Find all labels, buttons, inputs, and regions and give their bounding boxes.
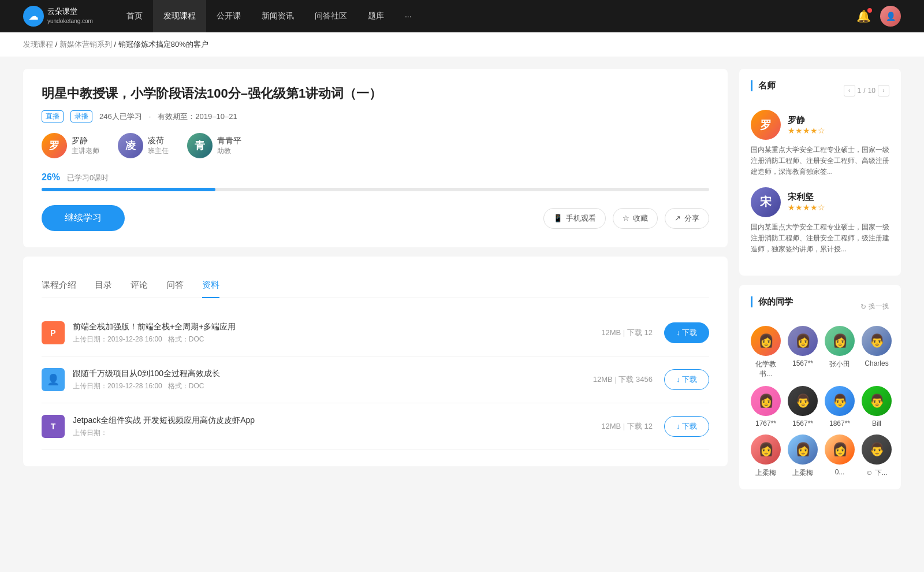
- teacher-role-2: 班主任: [148, 146, 169, 156]
- classmate-avatar-7: 👨: [825, 386, 855, 416]
- course-title: 明星中教授课，小学阶段语法100分–强化级第1讲动词（一）: [42, 85, 709, 102]
- file-name-1: 前端全栈加强版！前端全栈+全周期+多端应用: [73, 322, 601, 332]
- famous-teachers-card: 名师 ‹ 1 / 10 › 罗 罗静 ★★★★☆ 国内某: [739, 69, 901, 276]
- classmate-name-8: Bill: [872, 419, 881, 428]
- nav-public[interactable]: 公开课: [206, 0, 251, 32]
- file-icon-2: 👤: [42, 368, 65, 391]
- refresh-button[interactable]: ↻ 换一换: [860, 302, 889, 311]
- classmate-name-1: 化学教书...: [751, 359, 781, 379]
- nav-more[interactable]: ···: [394, 0, 422, 32]
- download-button-3[interactable]: ↓ 下载: [664, 416, 709, 437]
- classmate-avatar-5: 👩: [751, 386, 781, 416]
- classmate-10[interactable]: 👩 上柔梅: [788, 434, 818, 478]
- nav-question-bank[interactable]: 题库: [357, 0, 394, 32]
- breadcrumb-sep2: /: [114, 40, 118, 49]
- breadcrumb: 发现课程 / 新媒体营销系列 / 销冠修炼术搞定80%的客户: [0, 32, 924, 57]
- teacher-avatar-1: 罗: [42, 133, 67, 158]
- classmate-7[interactable]: 👨 1867**: [825, 386, 855, 428]
- teachers-row: 罗 罗静 主讲老师 凌 凌荷 班主任 青 青青平: [42, 133, 709, 158]
- nav-news[interactable]: 新闻资讯: [251, 0, 304, 32]
- nav-qa[interactable]: 问答社区: [304, 0, 357, 32]
- download-button-1[interactable]: ↓ 下载: [664, 322, 709, 343]
- tabs-card: 课程介绍 目录 评论 问答 资料 P 前端全栈加强版！前端全栈+全周期+多端应用…: [23, 257, 728, 466]
- teacher-avatar-3: 青: [187, 133, 213, 158]
- breadcrumb-link-series[interactable]: 新媒体营销系列: [59, 40, 112, 49]
- notification-dot: [867, 8, 872, 13]
- tc-name-2: 宋利坚: [788, 192, 825, 203]
- classmate-avatar-6: 👨: [788, 386, 818, 416]
- classmate-avatar-3: 👩: [825, 326, 855, 356]
- classmate-6[interactable]: 👨 1567**: [788, 386, 818, 428]
- file-info-3: Jetpack全组件实战 开发短视频应用高仿皮皮虾App 上传日期：: [73, 415, 601, 438]
- tab-review[interactable]: 评论: [131, 273, 148, 298]
- file-meta-3: 上传日期：: [73, 428, 601, 438]
- classmate-4[interactable]: 👨 Charles: [862, 326, 892, 379]
- breadcrumb-current: 销冠修炼术搞定80%的客户: [118, 40, 208, 49]
- favorite-label: 收藏: [633, 213, 648, 224]
- tab-intro[interactable]: 课程介绍: [42, 273, 76, 298]
- teacher-name-1: 罗静: [72, 136, 99, 146]
- page-next-btn[interactable]: ›: [878, 85, 889, 96]
- tc-desc-1: 国内某重点大学安全工程专业硕士，国家一级注册消防工程师、注册安全工程师、高级注册…: [751, 144, 889, 178]
- tc-name-1: 罗静: [788, 115, 825, 126]
- logo[interactable]: ☁ 云朵课堂yundoketang.com: [23, 6, 93, 27]
- classmate-name-2: 1567**: [792, 359, 813, 367]
- classmate-avatar-1: 👩: [751, 326, 781, 356]
- breadcrumb-sep1: /: [55, 40, 59, 49]
- refresh-label: 换一换: [869, 302, 889, 311]
- classmate-avatar-10: 👩: [788, 434, 818, 465]
- classmate-name-9: 上柔梅: [755, 468, 776, 478]
- valid-until: 有效期至：2019–10–21: [158, 112, 237, 122]
- course-actions: 继续学习 📱 手机观看 ☆ 收藏 ↗ 分享: [42, 205, 709, 231]
- tab-qa[interactable]: 问答: [166, 273, 184, 298]
- file-info-1: 前端全栈加强版！前端全栈+全周期+多端应用 上传日期：2019-12-28 16…: [73, 322, 601, 344]
- teacher-name-3: 青青平: [217, 136, 241, 146]
- logo-icon: ☁: [23, 6, 44, 27]
- classmate-11[interactable]: 👩 0...: [825, 434, 855, 478]
- progress-bar-fill: [42, 188, 215, 191]
- classmate-3[interactable]: 👩 张小田: [825, 326, 855, 379]
- classmates-grid: 👩 化学教书... 👩 1567** 👩 张小田 👨 Charles 👩: [751, 326, 889, 478]
- phone-watch-button[interactable]: 📱 手机观看: [543, 208, 606, 229]
- famous-teachers-title: 名师: [751, 80, 776, 91]
- nav-items: 首页 发现课程 公开课 新闻资讯 问答社区 题库 ···: [116, 0, 856, 32]
- classmate-9[interactable]: 👩 上柔梅: [751, 434, 781, 478]
- main-layout: 明星中教授课，小学阶段语法100分–强化级第1讲动词（一） 直播 录播 246人…: [0, 57, 924, 510]
- progress-studied: 已学习0课时: [67, 173, 109, 182]
- refresh-icon: ↻: [860, 303, 866, 311]
- download-button-2[interactable]: ↓ 下载: [664, 369, 709, 390]
- tc-avatar-2: 宋: [751, 187, 781, 217]
- main-nav: ☁ 云朵课堂yundoketang.com 首页 发现课程 公开课 新闻资讯 问…: [0, 0, 924, 32]
- teacher-info-1: 罗静 主讲老师: [72, 136, 99, 156]
- teacher-name-2: 凌荷: [148, 136, 169, 146]
- tab-materials[interactable]: 资料: [202, 273, 219, 298]
- page-prev-btn[interactable]: ‹: [844, 85, 855, 96]
- classmate-12[interactable]: 👨 ☺ 下...: [862, 434, 892, 478]
- file-stats-2: 12MB | 下载 3456: [593, 374, 653, 385]
- classmate-name-7: 1867**: [829, 419, 850, 428]
- nav-discover[interactable]: 发现课程: [153, 0, 206, 32]
- breadcrumb-link-discover[interactable]: 发现课程: [23, 40, 53, 49]
- classmate-name-11: 0...: [835, 468, 845, 476]
- bell-icon[interactable]: 🔔: [856, 9, 871, 23]
- classmate-avatar-12: 👨: [862, 434, 892, 465]
- classmate-1[interactable]: 👩 化学教书...: [751, 326, 781, 379]
- classmate-5[interactable]: 👩 1767**: [751, 386, 781, 428]
- share-button[interactable]: ↗ 分享: [665, 208, 709, 229]
- tc-stars-1: ★★★★☆: [788, 126, 825, 135]
- teacher-card-2: 宋 宋利坚 ★★★★☆ 国内某重点大学安全工程专业硕士，国家一级注册消防工程师、…: [751, 187, 889, 255]
- favorite-button[interactable]: ☆ 收藏: [613, 208, 658, 229]
- tc-info-2: 宋利坚 ★★★★☆: [788, 192, 825, 212]
- tab-catalog[interactable]: 目录: [95, 273, 112, 298]
- classmate-name-5: 1767**: [755, 419, 776, 428]
- file-meta-1: 上传日期：2019-12-28 16:00 格式：DOC: [73, 335, 601, 344]
- file-name-3: Jetpack全组件实战 开发短视频应用高仿皮皮虾App: [73, 415, 601, 426]
- user-avatar[interactable]: 👤: [880, 6, 901, 27]
- continue-learning-button[interactable]: 继续学习: [42, 205, 125, 231]
- classmate-name-6: 1567**: [792, 419, 813, 428]
- tc-desc-2: 国内某重点大学安全工程专业硕士，国家一级注册消防工程师、注册安全工程师，级注册建…: [751, 222, 889, 255]
- file-item-2: 👤 跟随千万级项目从0到100全过程高效成长 上传日期：2019-12-28 1…: [42, 356, 709, 403]
- classmate-2[interactable]: 👩 1567**: [788, 326, 818, 379]
- nav-home[interactable]: 首页: [116, 0, 153, 32]
- classmate-8[interactable]: 👨 Bill: [862, 386, 892, 428]
